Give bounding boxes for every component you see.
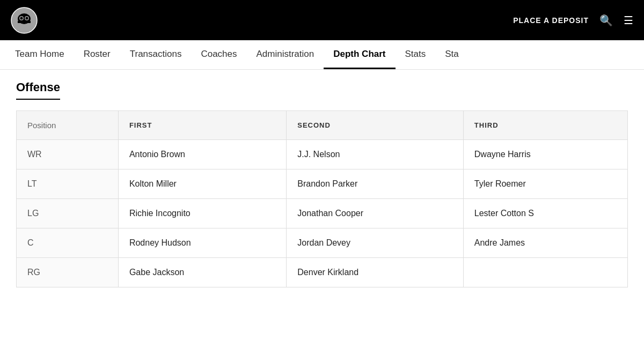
- svg-point-6: [26, 17, 28, 19]
- nav-item-team-home[interactable]: Team Home: [5, 40, 74, 69]
- table-row: LGRichie IncognitoJonathan CooperLester …: [17, 199, 628, 228]
- cell-third: Lester Cotton S: [463, 199, 627, 228]
- cell-position: LG: [17, 199, 119, 228]
- cell-position: C: [17, 228, 119, 258]
- section-title: Offense: [16, 80, 60, 100]
- table-header-row: Position FIRST SECOND THIRD: [17, 111, 628, 140]
- cell-first: Gabe Jackson: [118, 258, 286, 287]
- col-header-third: THIRD: [463, 111, 627, 140]
- col-header-second: SECOND: [287, 111, 464, 140]
- cell-first: Antonio Brown: [118, 140, 286, 169]
- nav-item-administration[interactable]: Administration: [247, 40, 324, 69]
- nav-item-roster[interactable]: Roster: [74, 40, 120, 69]
- header: PLACE A DEPOSIT 🔍 ☰: [0, 0, 644, 40]
- table-row: CRodney HudsonJordan DeveyAndre James: [17, 228, 628, 258]
- raiders-logo: [11, 7, 38, 34]
- table-row: LTKolton MillerBrandon ParkerTyler Roeme…: [17, 169, 628, 199]
- cell-second: Denver Kirkland: [287, 258, 464, 287]
- cell-third: Tyler Roemer: [463, 169, 627, 199]
- cell-third: Andre James: [463, 228, 627, 258]
- table-row: RGGabe JacksonDenver Kirkland: [17, 258, 628, 287]
- svg-rect-2: [18, 21, 31, 23]
- col-header-position: Position: [17, 111, 119, 140]
- cell-position: LT: [17, 169, 119, 199]
- nav-item-depth-chart[interactable]: Depth Chart: [324, 40, 395, 69]
- cell-third: Dwayne Harris: [463, 140, 627, 169]
- nav: Team Home Roster Transactions Coaches Ad…: [0, 40, 644, 70]
- nav-item-coaches[interactable]: Coaches: [191, 40, 246, 69]
- cell-position: WR: [17, 140, 119, 169]
- menu-icon[interactable]: ☰: [624, 14, 633, 27]
- search-icon[interactable]: 🔍: [599, 14, 613, 27]
- cell-first: Kolton Miller: [118, 169, 286, 199]
- table-row: WRAntonio BrownJ.J. NelsonDwayne Harris: [17, 140, 628, 169]
- cell-second: Jordan Devey: [287, 228, 464, 258]
- header-right: PLACE A DEPOSIT 🔍 ☰: [513, 14, 633, 27]
- svg-point-5: [20, 17, 23, 19]
- cell-first: Richie Incognito: [118, 199, 286, 228]
- content: Offense Position FIRST SECOND THIRD WRAn…: [0, 70, 644, 298]
- deposit-label[interactable]: PLACE A DEPOSIT: [513, 16, 589, 25]
- col-header-first: FIRST: [118, 111, 286, 140]
- cell-second: Jonathan Cooper: [287, 199, 464, 228]
- nav-item-stats[interactable]: Stats: [396, 40, 436, 69]
- nav-item-transactions[interactable]: Transactions: [120, 40, 192, 69]
- cell-position: RG: [17, 258, 119, 287]
- depth-chart-table: Position FIRST SECOND THIRD WRAntonio Br…: [16, 110, 628, 287]
- nav-item-standings[interactable]: Sta: [435, 40, 469, 69]
- cell-third: [463, 258, 627, 287]
- cell-second: Brandon Parker: [287, 169, 464, 199]
- cell-first: Rodney Hudson: [118, 228, 286, 258]
- cell-second: J.J. Nelson: [287, 140, 464, 169]
